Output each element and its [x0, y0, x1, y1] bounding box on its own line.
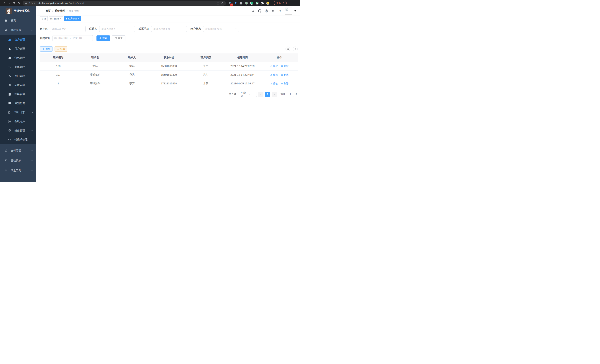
- breadcrumb-separator: /: [52, 9, 53, 12]
- extension-command-icon[interactable]: ⌘: [239, 1, 243, 5]
- omnibox-divider: [37, 2, 37, 4]
- tab-dept[interactable]: 部门管理 ×: [49, 16, 63, 21]
- sidebar-item-pay[interactable]: 支付管理: [0, 146, 36, 156]
- edit-link[interactable]: 修改: [270, 82, 278, 85]
- cell-tenant-id: 1: [40, 79, 77, 88]
- sidebar-item-notice[interactable]: 通知公告: [0, 99, 36, 108]
- header-search-icon[interactable]: [251, 9, 255, 13]
- date-range-picker[interactable]: 开始日期 - 结束日期: [53, 35, 93, 41]
- avatar-dropdown-caret[interactable]: [294, 10, 296, 11]
- online-user-icon: [7, 120, 12, 123]
- tab-label: 部门管理: [50, 17, 59, 20]
- tab-home[interactable]: 首页: [40, 16, 48, 21]
- table-header-row: 租户编号 租户名 联系人 联系手机 租户状态 创建时间 操作: [40, 53, 298, 62]
- cell-actions: 修改 删除: [261, 79, 298, 88]
- sidebar-item-infra[interactable]: 基础设施: [0, 156, 36, 166]
- sidebar-item-tenant[interactable]: 租户管理: [0, 35, 36, 44]
- status-select-placeholder: 请选择租户状态: [205, 27, 235, 31]
- extension-tasks-icon[interactable]: 10: [229, 1, 232, 5]
- security-label[interactable]: 不安全: [29, 1, 36, 5]
- sidebar-item-label: 系统管理: [11, 28, 21, 32]
- font-size-icon[interactable]: TT: [278, 9, 281, 13]
- col-created: 创建时间: [224, 53, 261, 62]
- sidebar-logo[interactable]: 芋道管理系统: [0, 6, 36, 16]
- sidebar-item-sms[interactable]: 短信管理: [0, 126, 36, 135]
- page-size-select[interactable]: 10条/页: [239, 92, 257, 97]
- delete-link[interactable]: 删除: [281, 73, 289, 76]
- address-bar[interactable]: 不安全 dashboard.yudao.iocoder.cn/system/te…: [23, 1, 226, 6]
- bookmark-star-icon[interactable]: [221, 2, 224, 5]
- breadcrumb-system[interactable]: 系统管理: [55, 9, 65, 13]
- browser-home-button[interactable]: [16, 1, 21, 6]
- chrome-update-button[interactable]: 更新: [274, 1, 287, 5]
- reset-button[interactable]: 重置: [112, 36, 125, 41]
- pencil-icon: [270, 65, 272, 67]
- sidebar-item-post[interactable]: 岗位管理: [0, 81, 36, 90]
- sidebar-collapse-button[interactable]: [39, 9, 42, 13]
- search-button[interactable]: 搜索: [96, 36, 110, 41]
- browser-reload-button[interactable]: [11, 1, 16, 6]
- sidebar-item-dev-tools[interactable]: 研发工具: [0, 166, 36, 176]
- yen-icon: [4, 149, 8, 152]
- sidebar-item-dict[interactable]: 字典管理: [0, 90, 36, 99]
- table-row: 107 测试租户 秃头 15601691300 关闭 2021-12-14 20…: [40, 70, 298, 79]
- user-avatar[interactable]: [285, 7, 292, 15]
- edit-link[interactable]: 修改: [270, 73, 278, 76]
- goto-page-input[interactable]: [287, 92, 294, 97]
- mobile-input[interactable]: [151, 26, 187, 32]
- home-icon: [17, 2, 20, 5]
- sidebar-item-user[interactable]: 用户管理: [0, 44, 36, 53]
- prev-page-button[interactable]: [258, 92, 263, 97]
- help-icon[interactable]: ?: [265, 9, 268, 13]
- browser-forward-button[interactable]: [7, 1, 11, 6]
- export-button[interactable]: 导出: [55, 46, 67, 52]
- add-button[interactable]: 新增: [40, 46, 53, 52]
- chevron-down-icon: [235, 28, 237, 30]
- cell-actions: 修改 删除: [261, 62, 298, 70]
- browser-back-button[interactable]: [2, 1, 7, 6]
- extension-record-icon[interactable]: [245, 1, 248, 5]
- github-icon[interactable]: [258, 9, 262, 13]
- chevron-down-icon: [31, 169, 33, 172]
- next-page-button[interactable]: [272, 92, 277, 97]
- contact-label: 联系人: [89, 27, 97, 31]
- start-date-placeholder: 开始日期: [58, 37, 67, 40]
- show-search-toggle-button[interactable]: [286, 47, 290, 51]
- extension-flag-icon[interactable]: [255, 1, 259, 5]
- page-number-button[interactable]: 1: [265, 92, 270, 97]
- extensions-puzzle-icon[interactable]: [261, 1, 264, 5]
- breadcrumb-home[interactable]: 首页: [46, 9, 51, 13]
- sidebar-item-home[interactable]: 首页: [0, 16, 36, 25]
- tab-tenant[interactable]: 租户管理 ×: [64, 16, 81, 21]
- refresh-table-button[interactable]: [293, 47, 298, 51]
- edit-link[interactable]: 修改: [270, 64, 278, 68]
- sidebar-item-error-code[interactable]: 错误码管理: [0, 135, 36, 144]
- delete-link[interactable]: 删除: [281, 82, 289, 85]
- tab-label: 首页: [42, 17, 46, 20]
- page-unit-label: 页: [295, 93, 298, 96]
- cell-tenant-id: 108: [40, 62, 77, 70]
- share-icon[interactable]: [216, 2, 219, 5]
- close-icon[interactable]: ×: [78, 18, 79, 20]
- sidebar-item-audit-log[interactable]: 审计日志: [0, 108, 36, 117]
- sidebar-item-dept[interactable]: 部门管理: [0, 71, 36, 81]
- contact-input[interactable]: [99, 26, 135, 32]
- sidebar-item-menu[interactable]: 菜单管理: [0, 62, 36, 71]
- profile-avatar-icon[interactable]: [266, 1, 270, 5]
- shield-check-icon: [7, 129, 12, 132]
- status-select[interactable]: 请选择租户状态: [203, 26, 239, 32]
- extension-yudao-icon[interactable]: y: [250, 1, 253, 5]
- search-button-label: 搜索: [103, 37, 107, 40]
- delete-link[interactable]: 删除: [281, 64, 289, 68]
- sidebar-item-online-users[interactable]: 在线用户: [0, 117, 36, 126]
- tree-menu-icon: [7, 65, 12, 68]
- fullscreen-icon[interactable]: [272, 9, 275, 13]
- sidebar-item-role[interactable]: 角色管理: [0, 53, 36, 62]
- close-icon[interactable]: ×: [60, 18, 61, 20]
- more-vertical-icon[interactable]: [282, 2, 285, 4]
- extension-balloon-icon[interactable]: [234, 1, 237, 5]
- table-row: 1 芋道源码 芋艿 17321315478 开启 2021-01-05 17:0…: [40, 79, 298, 88]
- sidebar-item-system[interactable]: 系统管理: [0, 25, 36, 35]
- tenant-name-input[interactable]: [50, 26, 85, 32]
- sidebar-item-label: 部门管理: [14, 75, 25, 78]
